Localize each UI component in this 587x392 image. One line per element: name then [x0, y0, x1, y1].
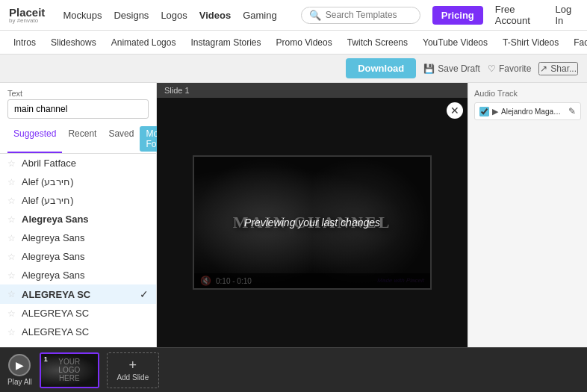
- font-item[interactable]: ☆ Alegreya Sans: [0, 266, 156, 284]
- font-item-selected[interactable]: ☆ ALEGREYA SC ✓: [0, 284, 156, 304]
- font-item[interactable]: ☆ Alfa Slab One: [0, 341, 156, 347]
- audio-track-label: Audio Track: [474, 89, 581, 98]
- slide-label: Slide 1: [157, 83, 468, 98]
- nav-videos[interactable]: Videos: [199, 10, 231, 21]
- tab-saved[interactable]: Saved: [102, 125, 140, 153]
- video-area: Previewing your last changes ✕ MAIN CHAN…: [157, 98, 468, 347]
- logo[interactable]: Placeit by #envato: [9, 7, 45, 24]
- favorite-label: Favorite: [499, 63, 531, 74]
- sec-promo-videos[interactable]: Promo Videos: [269, 31, 340, 55]
- star-icon[interactable]: ☆: [7, 214, 16, 225]
- sec-slideshows[interactable]: Slideshows: [43, 31, 104, 55]
- add-slide-button[interactable]: + Add Slide: [107, 352, 159, 388]
- font-name: Alegreya Sans: [22, 251, 149, 262]
- star-icon[interactable]: ☆: [7, 308, 16, 319]
- login-button[interactable]: Log In: [555, 4, 578, 26]
- share-label: Shar...: [550, 63, 577, 74]
- free-account-link[interactable]: Free Account: [495, 4, 544, 26]
- tab-recent[interactable]: Recent: [62, 125, 102, 153]
- font-name: Alef (חירבע): [22, 176, 149, 187]
- save-draft-icon: 💾: [423, 63, 435, 74]
- star-icon[interactable]: ☆: [7, 270, 16, 281]
- tab-suggested[interactable]: Suggested: [7, 125, 62, 153]
- font-item[interactable]: ☆ Alef (חירבע): [0, 191, 156, 210]
- right-panel: Audio Track ▶ Alejandro MagaRa (A. M.) -…: [468, 83, 587, 347]
- search-input[interactable]: [326, 10, 415, 20]
- save-draft-button[interactable]: 💾 Save Draft: [423, 63, 480, 74]
- font-name: ALEGREYA SC: [22, 308, 149, 319]
- pricing-button[interactable]: Pricing: [432, 6, 483, 25]
- star-icon[interactable]: ☆: [7, 327, 16, 337]
- play-all-button[interactable]: ▶: [8, 354, 31, 376]
- logo-name: Placeit: [9, 7, 45, 18]
- navbar: Placeit by #envato Mockups Designs Logos…: [0, 0, 587, 31]
- font-item[interactable]: ☆ Alegreya Sans: [0, 210, 156, 228]
- share-button[interactable]: ↗ Shar...: [538, 62, 578, 75]
- font-name: Abril Fatface: [22, 158, 149, 169]
- font-name: Alegreya Sans: [22, 214, 149, 225]
- center-panel: Slide 1 Previewing your last changes ✕ M…: [157, 83, 468, 347]
- star-icon[interactable]: ☆: [7, 177, 16, 187]
- logo-sub: by #envato: [9, 18, 45, 24]
- sec-youtube-videos[interactable]: YouTube Videos: [415, 31, 495, 55]
- font-tabs: Suggested Recent Saved More Fonts: [0, 125, 156, 154]
- star-icon[interactable]: ☆: [7, 289, 16, 299]
- main-content: Text Suggested Recent Saved More Fonts ☆…: [0, 83, 587, 347]
- sec-tshirt-videos[interactable]: T-Shirt Videos: [495, 31, 566, 55]
- font-name: Alegreya Sans: [22, 232, 149, 243]
- search-icon: 🔍: [309, 10, 321, 21]
- save-draft-label: Save Draft: [438, 63, 480, 74]
- font-list: ☆ Abril Fatface ☆ Alef (חירבע) ☆ Alef (ח…: [0, 154, 156, 347]
- preview-text: Previewing your last changes: [244, 217, 380, 228]
- plus-icon: +: [129, 358, 137, 372]
- font-name: Alef (חירבע): [22, 195, 149, 206]
- slide-thumbnail[interactable]: YOURLOGOHERE 1: [40, 352, 99, 388]
- font-item[interactable]: ☆ Alef (חירבע): [0, 172, 156, 191]
- star-icon[interactable]: ☆: [7, 158, 16, 169]
- close-button[interactable]: ✕: [447, 102, 463, 119]
- audio-checkbox[interactable]: [479, 107, 489, 116]
- audio-track: ▶ Alejandro MagaRa (A. M.) - Min... ✎: [474, 102, 581, 120]
- download-button[interactable]: Download: [346, 58, 416, 78]
- sec-intros[interactable]: Intros: [6, 31, 43, 55]
- left-panel: Text Suggested Recent Saved More Fonts ☆…: [0, 83, 157, 347]
- edit-track-icon[interactable]: ✎: [568, 106, 576, 116]
- sec-facebook-covers[interactable]: Facebook Covers: [566, 31, 587, 55]
- nav-designs[interactable]: Designs: [114, 10, 149, 21]
- slide-thumb-bg: YOURLOGOHERE: [41, 354, 98, 387]
- font-name: ALEGREYA SC: [22, 289, 134, 300]
- share-icon: ↗: [540, 63, 547, 74]
- search-bar[interactable]: 🔍: [301, 7, 420, 24]
- play-all-control: ▶ Play All: [7, 354, 32, 386]
- font-name: Alegreya Sans: [22, 270, 149, 281]
- star-icon[interactable]: ☆: [7, 252, 16, 262]
- star-icon[interactable]: ☆: [7, 346, 16, 348]
- sec-twitch-screens[interactable]: Twitch Screens: [340, 31, 415, 55]
- secondary-nav: Intros Slideshows Animated Logos Instagr…: [0, 31, 587, 55]
- text-field-label: Text: [0, 83, 156, 99]
- font-name: ALEGREYA SC: [22, 326, 149, 337]
- star-icon[interactable]: ☆: [7, 233, 16, 243]
- nav-mockups[interactable]: Mockups: [63, 10, 102, 21]
- font-item[interactable]: ☆ ALEGREYA SC: [0, 323, 156, 341]
- font-item[interactable]: ☆ ALEGREYA SC: [0, 304, 156, 323]
- favorite-button[interactable]: ♡ Favorite: [488, 63, 531, 74]
- nav-gaming[interactable]: Gaming: [243, 10, 277, 21]
- star-icon[interactable]: ☆: [7, 196, 16, 206]
- font-name: Alfa Slab One: [22, 345, 149, 347]
- add-slide-label: Add Slide: [117, 373, 149, 382]
- sec-instagram-stories[interactable]: Instagram Stories: [183, 31, 268, 55]
- text-input[interactable]: [7, 99, 149, 119]
- font-item[interactable]: ☆ Alegreya Sans: [0, 247, 156, 266]
- sec-animated-logos[interactable]: Animated Logos: [104, 31, 184, 55]
- thumb-logo: YOURLOGOHERE: [58, 358, 80, 382]
- audio-track-name: Alejandro MagaRa (A. M.) - Min...: [501, 108, 565, 116]
- play-all-label: Play All: [7, 378, 32, 386]
- action-bar: Download 💾 Save Draft ♡ Favorite ↗ Shar.…: [0, 55, 587, 83]
- nav-links: Mockups Designs Logos Videos Gaming: [63, 10, 276, 21]
- font-item[interactable]: ☆ Alegreya Sans: [0, 228, 156, 247]
- slide-number: 1: [44, 355, 48, 363]
- play-track-icon[interactable]: ▶: [492, 107, 498, 116]
- nav-logos[interactable]: Logos: [161, 10, 187, 21]
- font-item[interactable]: ☆ Abril Fatface: [0, 154, 156, 172]
